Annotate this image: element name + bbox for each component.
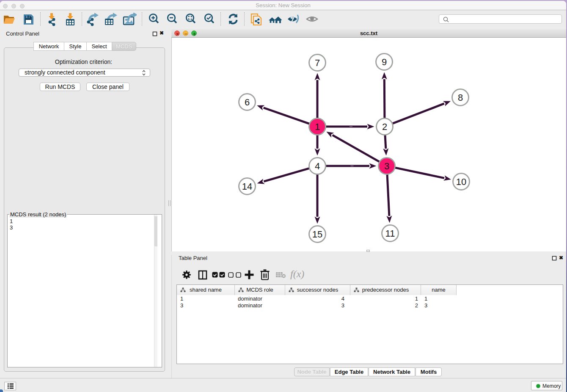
svg-text:9: 9 bbox=[382, 57, 387, 67]
svg-text:7: 7 bbox=[315, 58, 320, 68]
svg-text:6: 6 bbox=[245, 97, 250, 108]
svg-text:3: 3 bbox=[384, 161, 389, 171]
svg-text:4: 4 bbox=[315, 161, 320, 171]
svg-text:1: 1 bbox=[315, 121, 320, 132]
svg-text:15: 15 bbox=[312, 229, 322, 240]
svg-text:14: 14 bbox=[242, 181, 252, 192]
svg-text:10: 10 bbox=[456, 177, 466, 187]
svg-text:2: 2 bbox=[382, 121, 387, 132]
svg-text:8: 8 bbox=[458, 92, 463, 103]
svg-text:11: 11 bbox=[385, 228, 395, 239]
